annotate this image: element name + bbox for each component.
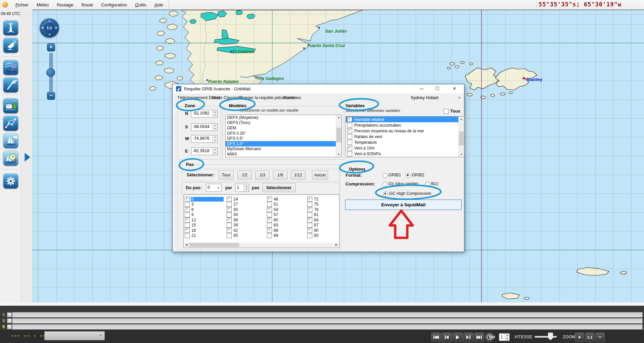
hour-label[interactable]: 33: [233, 212, 238, 217]
track-s-bar[interactable]: [12, 318, 643, 324]
hour-checkbox[interactable]: [227, 197, 232, 202]
menu-runtimes[interactable]: Runtimes: [283, 95, 301, 100]
settings-button[interactable]: [3, 173, 18, 189]
variable-checkbox[interactable]: [347, 117, 352, 122]
variable-item[interactable]: Précipitations accumulées: [346, 122, 464, 128]
spinner-arrows[interactable]: ▲▼: [505, 334, 509, 341]
menu-configuration[interactable]: Configuration: [97, 2, 131, 7]
steps-none-button[interactable]: Aucun: [312, 171, 328, 179]
scroll-right-icon[interactable]: ▶: [334, 243, 339, 247]
hour-checkbox[interactable]: [227, 207, 232, 212]
hour-label[interactable]: 66: [274, 228, 278, 233]
maximize-button[interactable]: ☐: [429, 84, 445, 93]
spinner-arrows[interactable]: ▲▼: [212, 124, 217, 131]
hour-label[interactable]: 42: [233, 228, 238, 233]
model-item[interactable]: WW3: [226, 152, 341, 157]
hour-checkbox[interactable]: [227, 212, 232, 217]
hour-label[interactable]: 84: [314, 218, 318, 222]
bz2-label[interactable]: Bz2: [431, 181, 439, 186]
menu-fichier[interactable]: Fichier: [11, 2, 33, 7]
hour-label[interactable]: 9: [191, 212, 194, 217]
variable-checkbox[interactable]: [347, 140, 352, 145]
spinner-arrows[interactable]: ▲▼: [244, 184, 249, 191]
variable-item[interactable]: Rafales de vent: [346, 134, 464, 139]
variable-item[interactable]: Température: [346, 139, 464, 145]
zone-w-spinbox[interactable]: -74.8676 ▲▼: [191, 135, 218, 143]
zoom-in-button[interactable]: +: [47, 43, 55, 51]
pan-up-icon[interactable]: ▲: [48, 19, 51, 23]
hour-label[interactable]: 24: [233, 197, 238, 202]
grib-date-combobox[interactable]: ▼: [44, 331, 105, 340]
grib-mail-button[interactable]: [3, 98, 18, 114]
hour-label[interactable]: 57: [274, 212, 278, 217]
hour-checkbox[interactable]: [185, 207, 190, 212]
hour-label[interactable]: 81: [314, 212, 318, 217]
models-scrollbar[interactable]: ▲ ▼: [336, 115, 341, 157]
scroll-up-icon[interactable]: ▲: [336, 115, 341, 120]
weather-station-button[interactable]: [3, 20, 18, 36]
hour-label[interactable]: 72: [314, 197, 318, 202]
hour-label[interactable]: 45: [233, 233, 238, 238]
hour-checkbox[interactable]: [185, 202, 190, 207]
steps-select-button[interactable]: Sélectionner: [262, 183, 295, 192]
skip-first-button[interactable]: [431, 333, 441, 342]
hour-checkbox[interactable]: [307, 202, 312, 207]
variable-checkbox[interactable]: [347, 123, 352, 128]
hour-checkbox[interactable]: [227, 233, 232, 238]
model-item-selected[interactable]: GFS 1.0°: [226, 141, 341, 146]
variable-checkbox[interactable]: [347, 152, 352, 157]
wind-barb-button[interactable]: [3, 77, 18, 93]
menu-outils[interactable]: Outils: [131, 2, 150, 7]
variables-all-checkbox[interactable]: [444, 109, 449, 114]
hour-checkbox[interactable]: [185, 217, 190, 222]
hour-label[interactable]: 30: [233, 207, 238, 212]
hour-checkbox[interactable]: [227, 202, 232, 207]
scroll-down-icon[interactable]: ▼: [336, 152, 341, 157]
grib2-radio[interactable]: [406, 173, 411, 178]
hour-checkbox[interactable]: [267, 212, 272, 217]
play-button[interactable]: [453, 333, 463, 342]
model-item[interactable]: GEFS (Tous): [226, 120, 341, 126]
model-item[interactable]: MyOcean Mercator: [226, 146, 341, 152]
hour-checkbox[interactable]: [227, 228, 232, 233]
spinner-arrows[interactable]: ▲▼: [212, 148, 217, 155]
hour-label[interactable]: 54: [274, 207, 278, 212]
track-r-button[interactable]: [7, 325, 12, 329]
track-s-button[interactable]: [7, 318, 12, 323]
hour-label[interactable]: 15: [191, 223, 196, 227]
hour-label[interactable]: 3: [191, 202, 194, 207]
track-r-bar[interactable]: [12, 324, 643, 330]
variables-scrollbar[interactable]: ▲ ▼: [458, 117, 464, 157]
grib1-radio[interactable]: [382, 173, 387, 178]
hour-checkbox[interactable]: [307, 217, 312, 222]
scrollbar-thumb[interactable]: [336, 128, 341, 142]
steps-third-button[interactable]: 1/3: [255, 171, 270, 179]
variable-checkbox[interactable]: [347, 146, 352, 151]
scroll-left-icon[interactable]: ◀: [184, 243, 189, 247]
models-listbox[interactable]: GEFS (Moyenne) GEFS (Tous) GEM GFS 0.25°…: [225, 115, 342, 157]
hour-checkbox[interactable]: [267, 233, 272, 238]
pan-left-icon[interactable]: ◀: [41, 26, 43, 29]
pan-right-icon[interactable]: ▶: [55, 26, 58, 29]
hour-label[interactable]: 27: [233, 202, 238, 207]
scrollbar-thumb[interactable]: [459, 131, 464, 145]
grib2-label[interactable]: GRIB2: [412, 173, 424, 177]
routing-boat-button[interactable]: [3, 133, 18, 148]
hours-hscrollbar[interactable]: ◀ ▶: [184, 243, 339, 247]
hour-checkbox[interactable]: [267, 207, 272, 212]
hour-label[interactable]: 36: [233, 218, 238, 222]
pan-down-icon[interactable]: ▼: [48, 33, 51, 36]
minimize-button[interactable]: —: [414, 84, 429, 93]
variable-item[interactable]: Vent à 10m: [346, 145, 464, 151]
spinner-arrows[interactable]: ▲▼: [212, 110, 217, 117]
model-item[interactable]: GEM: [226, 125, 341, 131]
steps-sixth-button[interactable]: 1/6: [273, 171, 287, 179]
variable-checkbox[interactable]: [347, 134, 352, 139]
step-forward-button[interactable]: [463, 333, 473, 342]
hour-checkbox[interactable]: [267, 217, 272, 222]
zone-s-spinbox[interactable]: -58.0534 ▲▼: [191, 123, 218, 131]
hour-label[interactable]: 12: [191, 218, 196, 222]
hour-label[interactable]: 39: [233, 223, 238, 227]
hour-label[interactable]: 60: [274, 218, 278, 222]
hour-checkbox[interactable]: [307, 228, 312, 233]
